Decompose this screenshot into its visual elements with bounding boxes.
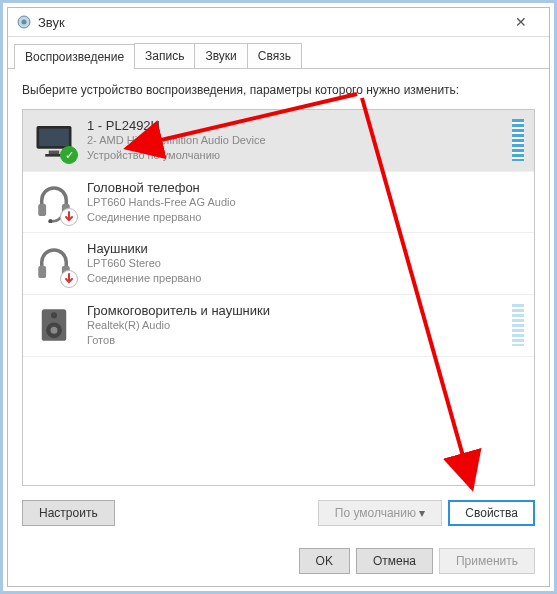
device-status: Соединение прервано: [87, 271, 524, 286]
tab-body: Выберите устройство воспроизведения, пар…: [8, 68, 549, 536]
svg-rect-9: [38, 265, 46, 277]
properties-button[interactable]: Свойства: [448, 500, 535, 526]
monitor-icon: ✓: [33, 119, 75, 161]
device-name: Головной телефон: [87, 180, 524, 195]
device-status: Устройство по умолчанию: [87, 148, 504, 163]
cancel-button[interactable]: Отмена: [356, 548, 433, 574]
svg-point-8: [48, 219, 52, 223]
tab-communications[interactable]: Связь: [247, 43, 302, 69]
device-name: Громкоговоритель и наушники: [87, 303, 504, 318]
tab-sounds[interactable]: Звуки: [194, 43, 247, 69]
down-arrow-icon: [60, 270, 78, 288]
svg-rect-6: [38, 204, 46, 216]
device-item[interactable]: Наушники LPT660 Stereo Соединение прерва…: [23, 233, 534, 295]
speaker-icon: [33, 304, 75, 346]
device-name: Наушники: [87, 241, 524, 256]
device-status: Соединение прервано: [87, 210, 524, 225]
titlebar: Звук ✕: [8, 8, 549, 37]
device-item[interactable]: Головной телефон LPT660 Hands-Free AG Au…: [23, 172, 534, 234]
dialog-footer: OK Отмена Применить: [8, 536, 549, 586]
tab-playback[interactable]: Воспроизведение: [14, 44, 135, 69]
check-icon: ✓: [60, 146, 78, 164]
config-button-row: Настроить По умолчанию Свойства: [22, 486, 535, 526]
sound-dialog: Звук ✕ Воспроизведение Запись Звуки Связ…: [7, 7, 550, 587]
device-sub: 2- AMD High Definition Audio Device: [87, 133, 504, 148]
instruction-text: Выберите устройство воспроизведения, пар…: [22, 83, 535, 97]
tab-strip: Воспроизведение Запись Звуки Связь: [8, 37, 549, 69]
svg-point-13: [51, 327, 58, 334]
device-sub: LPT660 Hands-Free AG Audio: [87, 195, 524, 210]
window-title: Звук: [38, 15, 501, 30]
headset-icon: [33, 181, 75, 223]
ok-button[interactable]: OK: [299, 548, 350, 574]
device-sub: LPT660 Stereo: [87, 256, 524, 271]
device-item[interactable]: Громкоговоритель и наушники Realtek(R) A…: [23, 295, 534, 357]
apply-button[interactable]: Применить: [439, 548, 535, 574]
sound-sys-icon: [16, 14, 32, 30]
headphones-icon: [33, 243, 75, 285]
svg-point-1: [22, 20, 27, 25]
device-item[interactable]: ✓ 1 - PL2492H 2- AMD High Definition Aud…: [23, 110, 534, 172]
device-name: 1 - PL2492H: [87, 118, 504, 133]
level-meter: [512, 119, 524, 161]
device-sub: Realtek(R) Audio: [87, 318, 504, 333]
close-button[interactable]: ✕: [501, 14, 541, 30]
down-arrow-icon: [60, 208, 78, 226]
level-meter: [512, 304, 524, 346]
svg-rect-3: [39, 129, 69, 147]
tab-recording[interactable]: Запись: [134, 43, 195, 69]
device-list[interactable]: ✓ 1 - PL2492H 2- AMD High Definition Aud…: [22, 109, 535, 486]
svg-point-14: [51, 313, 57, 319]
svg-rect-4: [49, 151, 60, 155]
configure-button[interactable]: Настроить: [22, 500, 115, 526]
device-status: Готов: [87, 333, 504, 348]
set-default-button[interactable]: По умолчанию: [318, 500, 443, 526]
